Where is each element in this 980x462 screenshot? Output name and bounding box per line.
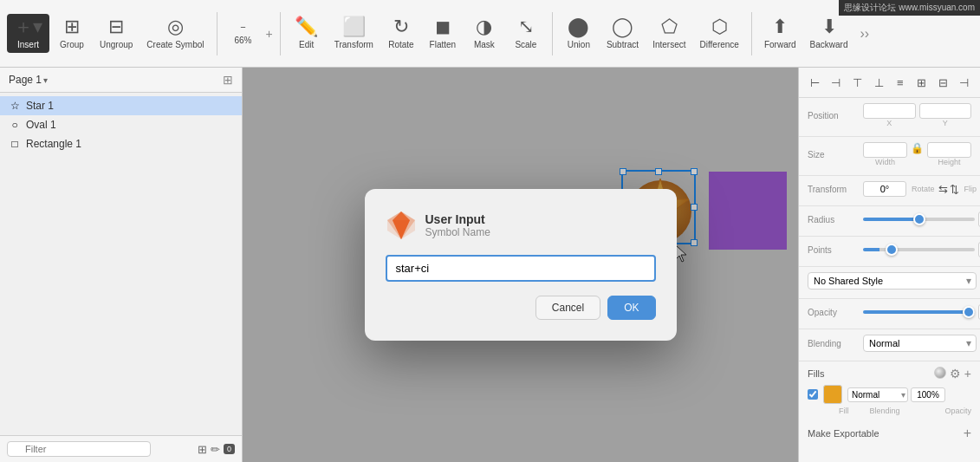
width-input[interactable]	[863, 142, 907, 158]
ungroup-icon: ⊟	[108, 17, 124, 36]
width-input-group: Width	[863, 142, 907, 166]
make-exportable-add-icon[interactable]: +	[964, 426, 971, 441]
intersect-button[interactable]: ⬠ Intersect	[647, 14, 691, 53]
insert-label: Insert	[17, 40, 39, 49]
insert-icon: ＋▾	[14, 17, 42, 36]
height-input[interactable]	[927, 142, 971, 158]
align-center-h-btn[interactable]: ⊣	[827, 73, 846, 92]
fills-actions: ⚙ +	[934, 367, 971, 381]
transform-label: Transform	[808, 185, 860, 194]
toolbar-divider-4	[751, 12, 752, 55]
flatten-button[interactable]: ◼ Flatten	[424, 14, 462, 53]
forward-button[interactable]: ⬆ Forward	[759, 14, 802, 53]
toolbar-divider-3	[552, 12, 553, 55]
ok-button[interactable]: OK	[607, 296, 655, 320]
align-center-v-btn[interactable]: ⊥	[870, 73, 888, 92]
y-input-group: Y	[919, 103, 972, 127]
layer-name-oval: Oval 1	[26, 119, 56, 131]
layer-item-oval[interactable]: ○ Oval 1	[0, 115, 242, 134]
align-right-edge-btn[interactable]: ⊣	[955, 73, 973, 92]
shared-style-row: No Shared Style ▾	[808, 272, 971, 290]
x-input[interactable]	[863, 103, 916, 119]
insert-button[interactable]: ＋▾ Insert	[7, 14, 49, 53]
filter-wrap	[7, 441, 194, 457]
zoom-minus-icon: −	[240, 23, 245, 32]
subtract-button[interactable]: ◯ Subtract	[601, 14, 644, 53]
fill-row: Normal ▾	[799, 382, 980, 407]
points-slider[interactable]	[863, 248, 975, 251]
fill-label: Fill	[839, 407, 849, 415]
fill-blending-label: Blending	[870, 407, 900, 415]
fill-opacity-input[interactable]	[911, 387, 945, 402]
edit-button[interactable]: ✏️ Edit	[288, 14, 326, 53]
add-layer-icon[interactable]: ⊞	[198, 443, 207, 456]
sidebar: Page 1 ▾ ⊞ ☆ Star 1 ○ Oval 1 □ Rectangle…	[0, 68, 243, 462]
shared-style-select[interactable]: No Shared Style	[808, 272, 977, 290]
filter-input[interactable]	[7, 441, 151, 457]
position-label: Position	[808, 111, 860, 120]
scale-button[interactable]: ⤡ Scale	[507, 14, 545, 53]
toolbar-divider-2	[280, 12, 281, 55]
sidebar-header: Page 1 ▾ ⊞	[0, 68, 242, 93]
zoom-display[interactable]: − 66%	[224, 19, 263, 49]
fill-color-swatch[interactable]	[823, 385, 842, 404]
sidebar-expand-icon[interactable]: ⊞	[223, 73, 233, 87]
layer-item-rectangle[interactable]: □ Rectangle 1	[0, 134, 242, 153]
backward-button[interactable]: ⬇ Backward	[805, 14, 853, 53]
layer-list: ☆ Star 1 ○ Oval 1 □ Rectangle 1	[0, 93, 242, 435]
dialog-subtitle: Symbol Name	[425, 226, 490, 238]
fill-color-picker-icon[interactable]	[934, 367, 946, 379]
make-exportable[interactable]: Make Exportable +	[799, 419, 980, 448]
flip-horizontal-btn[interactable]: ⇆	[938, 183, 948, 196]
shared-style-section: No Shared Style ▾	[799, 267, 980, 299]
dialog: User Input Symbol Name Cancel OK	[365, 189, 677, 341]
points-section: Points	[799, 237, 980, 267]
canvas[interactable]: User Input Symbol Name Cancel OK	[243, 68, 798, 462]
distribute-v-btn[interactable]: ⊟	[934, 73, 952, 92]
union-button[interactable]: ⬤ Union	[560, 14, 598, 53]
fill-blending-select[interactable]: Normal	[847, 387, 908, 402]
page-label[interactable]: Page 1	[9, 74, 42, 86]
radius-slider[interactable]	[863, 218, 975, 221]
symbol-name-input[interactable]	[386, 255, 656, 282]
edit-layer-icon[interactable]: ✏	[211, 443, 220, 456]
fills-title: Fills	[808, 368, 934, 379]
opacity-slider[interactable]	[863, 310, 975, 314]
toolbar-more[interactable]: ››	[860, 26, 870, 42]
distribute-h-btn[interactable]: ⊞	[912, 73, 931, 92]
blending-select[interactable]: Normal	[863, 335, 977, 352]
align-left-edge-btn[interactable]: ⊢	[806, 73, 824, 92]
fills-header: Fills ⚙ +	[799, 361, 980, 382]
y-input[interactable]	[919, 103, 972, 119]
footer-icons: ⊞ ✏ 0	[198, 443, 235, 456]
flip-vertical-btn[interactable]: ⇅	[950, 183, 959, 196]
sketch-logo-icon	[386, 210, 417, 241]
lock-icon[interactable]: 🔒	[911, 142, 924, 166]
fills-settings-icon[interactable]: ⚙	[950, 367, 961, 381]
align-top-edge-btn[interactable]: ⊤	[848, 73, 866, 92]
layer-item-star[interactable]: ☆ Star 1	[0, 96, 242, 115]
blending-row: Blending Normal ▾	[808, 335, 971, 352]
fill-labels: Fill Blending Opacity	[799, 407, 980, 419]
page-chevron-icon: ▾	[43, 75, 48, 85]
edit-icon: ✏️	[295, 17, 318, 36]
layer-name-star: Star 1	[26, 100, 54, 112]
fill-opacity-label: Opacity	[944, 407, 971, 415]
y-label: Y	[919, 119, 972, 127]
transform-button[interactable]: ⬜ Transform	[329, 14, 379, 53]
mask-button[interactable]: ◑ Mask	[465, 14, 503, 53]
align-bottom-edge-btn[interactable]: ≡	[892, 73, 910, 92]
rotate-input[interactable]	[863, 181, 906, 197]
create-symbol-button[interactable]: ◎ Create Symbol	[141, 14, 209, 53]
main-layout: Page 1 ▾ ⊞ ☆ Star 1 ○ Oval 1 □ Rectangle…	[0, 68, 980, 462]
rotate-button[interactable]: ↻ Rotate	[382, 14, 420, 53]
fills-add-icon[interactable]: +	[964, 367, 971, 381]
ungroup-button[interactable]: ⊟ Ungroup	[94, 14, 138, 53]
toolbar-divider-1	[217, 12, 217, 55]
backward-icon: ⬇	[821, 17, 837, 36]
difference-button[interactable]: ⬡ Difference	[695, 14, 744, 53]
position-inputs: X Y	[863, 103, 971, 127]
fill-checkbox[interactable]	[808, 389, 818, 400]
cancel-button[interactable]: Cancel	[535, 296, 600, 320]
group-button[interactable]: ⊞ Group	[53, 14, 91, 53]
